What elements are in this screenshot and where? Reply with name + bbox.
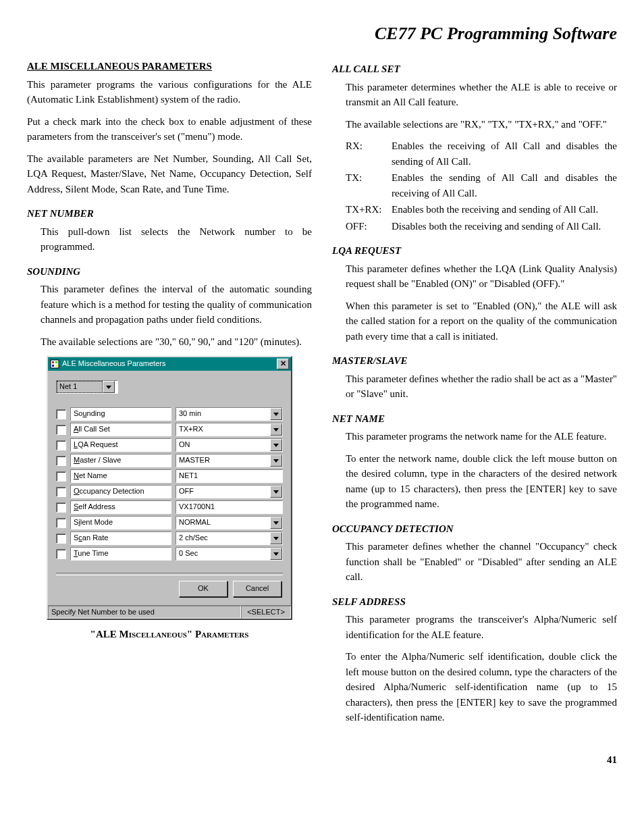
para: Put a check mark into the check box to e… xyxy=(27,114,312,145)
left-column: ALE MISCELLANEOUS PARAMETERS This parame… xyxy=(27,52,312,732)
para: This parameter defines the interval of t… xyxy=(27,282,312,328)
chevron-down-icon xyxy=(270,408,282,420)
para: When this parameter is set to "Enabled (… xyxy=(332,298,617,344)
chevron-down-icon xyxy=(270,532,282,544)
heading-occupancy: OCCUPANCY DETECTION xyxy=(332,521,617,537)
param-label: Occupancy Detection xyxy=(70,485,171,498)
ok-button[interactable]: OK xyxy=(179,581,227,597)
param-row: Silent ModeNORMAL xyxy=(56,516,283,529)
enable-checkbox[interactable] xyxy=(56,502,66,513)
definition-term: TX: xyxy=(346,170,386,201)
enable-checkbox[interactable] xyxy=(56,425,66,435)
enable-checkbox[interactable] xyxy=(56,471,66,481)
figure-caption: "ALE Miscellaneous" Parameters xyxy=(27,627,312,642)
param-label: Sounding xyxy=(70,407,171,421)
param-value-field[interactable]: NET1 xyxy=(176,469,283,483)
para: The available parameters are Net Number,… xyxy=(27,151,312,197)
chevron-down-icon xyxy=(270,486,282,498)
chevron-down-icon xyxy=(270,454,282,467)
page-number: 41 xyxy=(27,752,617,768)
definition-term: OFF: xyxy=(346,219,386,234)
heading-net-number: NET NUMBER xyxy=(27,206,312,221)
para: This parameter defines whether the chann… xyxy=(332,539,617,585)
status-mode: <SELECT> xyxy=(241,606,291,619)
param-value-text: 0 Sec xyxy=(176,548,270,560)
chevron-down-icon xyxy=(103,381,115,393)
param-value-field[interactable]: TX+RX xyxy=(176,423,283,436)
param-value-text: NORMAL xyxy=(176,517,270,529)
param-row: Self AddressVX1700N1 xyxy=(56,500,283,514)
heading-net-name: NET NAME xyxy=(332,411,617,427)
definition-text: Enables the sending of All Call and disa… xyxy=(392,170,617,201)
definition-row: RX:Enables the receiving of All Call and… xyxy=(346,138,617,169)
param-label: All Call Set xyxy=(70,423,171,436)
param-row: Scan Rate2 ch/Sec xyxy=(56,531,283,545)
para: This parameter defines whether the LQA (… xyxy=(332,261,617,292)
para: This parameter programs the network name… xyxy=(332,429,617,444)
param-value-text: ON xyxy=(176,439,270,451)
param-value-text: 2 ch/Sec xyxy=(176,532,270,544)
param-value-field[interactable]: 30 min xyxy=(176,407,283,421)
para: This parameter programs the various conf… xyxy=(27,77,312,107)
param-value-text: MASTER xyxy=(176,454,270,467)
heading-sounding: SOUNDING xyxy=(27,264,312,280)
enable-checkbox[interactable] xyxy=(56,440,66,450)
param-value-text: 30 min xyxy=(176,408,270,420)
heading-master-slave: MASTER/SLAVE xyxy=(332,353,617,369)
svg-rect-0 xyxy=(51,360,59,368)
svg-rect-4 xyxy=(55,365,57,367)
param-label: Net Name xyxy=(70,469,171,483)
divider xyxy=(56,573,283,575)
param-row: Occupancy DetectionOFF xyxy=(56,485,283,498)
param-row: Master / SlaveMASTER xyxy=(56,454,283,467)
para: This parameter determines whether the AL… xyxy=(332,80,617,110)
param-value-field[interactable]: NORMAL xyxy=(176,516,283,529)
definition-text: Enables the receiving of All Call and di… xyxy=(392,138,617,169)
net-number-value: Net 1 xyxy=(57,381,103,393)
param-value-text: NET1 xyxy=(176,470,282,482)
param-label: Tune Time xyxy=(70,547,171,561)
param-value-field[interactable]: 2 ch/Sec xyxy=(176,531,283,545)
param-label: Self Address xyxy=(70,500,171,514)
chevron-down-icon xyxy=(270,548,282,560)
heading-self-address: SELF ADDRESS xyxy=(332,594,617,610)
close-button[interactable]: ✕ xyxy=(277,359,289,369)
param-value-field[interactable]: MASTER xyxy=(176,454,283,467)
heading-ale-misc: ALE MISCELLANEOUS PARAMETERS xyxy=(27,59,312,74)
enable-checkbox[interactable] xyxy=(56,409,66,419)
param-value-field[interactable]: VX1700N1 xyxy=(176,500,283,514)
param-row: LQA RequestON xyxy=(56,438,283,452)
param-label: Silent Mode xyxy=(70,516,171,529)
enable-checkbox[interactable] xyxy=(56,549,66,559)
param-row: Tune Time0 Sec xyxy=(56,547,283,561)
enable-checkbox[interactable] xyxy=(56,487,66,497)
svg-rect-3 xyxy=(52,365,54,367)
param-value-text: OFF xyxy=(176,486,270,498)
param-value-field[interactable]: 0 Sec xyxy=(176,547,283,561)
definition-row: TX:Enables the sending of All Call and d… xyxy=(346,170,617,201)
svg-rect-2 xyxy=(55,361,57,363)
chevron-down-icon xyxy=(270,439,282,451)
status-text: Specify Net Number to be used xyxy=(48,606,241,619)
param-value-text: TX+RX xyxy=(176,423,270,436)
cancel-button[interactable]: Cancel xyxy=(233,581,281,597)
param-row: All Call SetTX+RX xyxy=(56,423,283,436)
para: This parameter programs the transceiver'… xyxy=(332,612,617,642)
param-label: Master / Slave xyxy=(70,454,171,467)
app-icon xyxy=(50,359,59,369)
enable-checkbox[interactable] xyxy=(56,518,66,528)
para: To enter the Alpha/Numeric self identifi… xyxy=(332,649,617,725)
enable-checkbox[interactable] xyxy=(56,456,66,466)
param-row: Sounding30 min xyxy=(56,407,283,421)
ale-misc-dialog: ALE Miscellaneous Parameters ✕ Net 1 Sou… xyxy=(47,356,292,620)
enable-checkbox[interactable] xyxy=(56,533,66,544)
net-number-select[interactable]: Net 1 xyxy=(56,380,118,394)
param-value-field[interactable]: OFF xyxy=(176,485,283,498)
para: This pull-down list selects the Network … xyxy=(27,224,312,255)
param-value-field[interactable]: ON xyxy=(176,438,283,452)
definition-term: TX+RX: xyxy=(346,202,386,217)
heading-all-call-set: ALL CALL SET xyxy=(332,61,617,77)
para: This parameter defines whether the radio… xyxy=(332,371,617,402)
definition-term: RX: xyxy=(346,138,386,169)
param-value-text: VX1700N1 xyxy=(176,501,282,513)
